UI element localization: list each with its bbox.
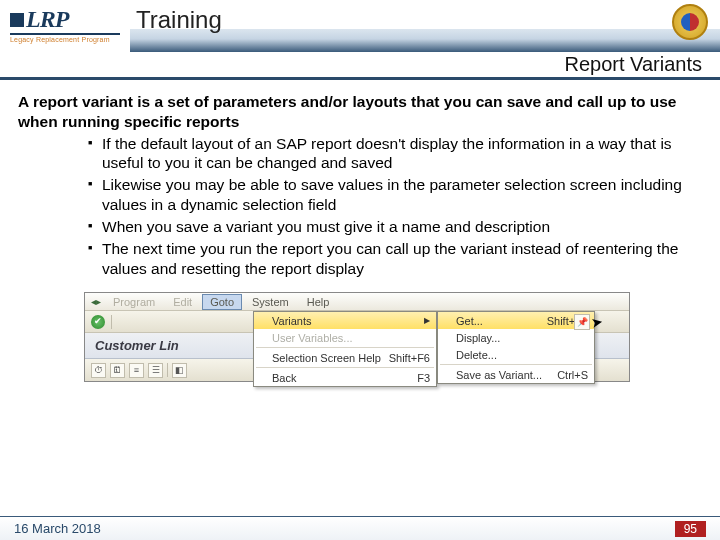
slide-header: LRP Legacy Replacement Program Training bbox=[0, 0, 720, 52]
menu-edit[interactable]: Edit bbox=[165, 294, 200, 310]
menu-goto[interactable]: Goto bbox=[202, 294, 242, 310]
sap-app-icon[interactable]: ◂▸ bbox=[89, 295, 103, 309]
submenu-delete[interactable]: Delete... bbox=[438, 346, 594, 363]
bullet-item: The next time you run the report you can… bbox=[88, 239, 696, 279]
ok-icon[interactable]: ✔ bbox=[91, 315, 105, 329]
bullet-item: If the default layout of an SAP report d… bbox=[88, 134, 696, 174]
bullet-list: If the default layout of an SAP report d… bbox=[18, 134, 696, 279]
menu-label: User Variables... bbox=[272, 331, 353, 345]
menu-shortcut: Ctrl+S bbox=[557, 368, 588, 382]
menu-label: Delete... bbox=[456, 348, 497, 362]
submenu-save-as[interactable]: Save as Variant... Ctrl+S bbox=[438, 366, 594, 383]
bullet-item: When you save a variant you must give it… bbox=[88, 217, 696, 237]
tool-icon[interactable]: 🗓 bbox=[110, 363, 125, 378]
submenu-display[interactable]: Display... bbox=[438, 329, 594, 346]
variants-submenu: 📌 Get... Shift+F5 Display... Delete... S… bbox=[437, 311, 595, 384]
menu-label: Selection Screen Help bbox=[272, 351, 381, 365]
content-area: A report variant is a set of parameters … bbox=[0, 80, 720, 382]
menu-user-variables: User Variables... bbox=[254, 329, 436, 346]
separator bbox=[111, 315, 112, 329]
menu-selection-help[interactable]: Selection Screen Help Shift+F6 bbox=[254, 349, 436, 366]
footer-page: 95 bbox=[675, 521, 706, 537]
tool-icon[interactable]: ⏱ bbox=[91, 363, 106, 378]
seal-icon bbox=[672, 4, 708, 40]
logo-text: LRP bbox=[26, 6, 68, 32]
sap-menubar: ◂▸ Program Edit Goto System Help bbox=[85, 293, 629, 311]
goto-dropdown: Variants ▶ User Variables... Selection S… bbox=[253, 311, 437, 387]
page-title: Training bbox=[130, 6, 222, 34]
sap-screenshot: ◂▸ Program Edit Goto System Help ✔ Custo… bbox=[84, 292, 630, 382]
menu-label: Save as Variant... bbox=[456, 368, 542, 382]
tool-icon[interactable]: ◧ bbox=[172, 363, 187, 378]
menu-label: Get... bbox=[456, 314, 483, 328]
tool-icon[interactable]: ☰ bbox=[148, 363, 163, 378]
menu-label: Variants bbox=[272, 314, 312, 328]
menu-shortcut: Shift+F6 bbox=[389, 351, 430, 365]
menu-separator bbox=[440, 364, 592, 365]
menu-shortcut: F3 bbox=[417, 371, 430, 385]
menu-help[interactable]: Help bbox=[299, 294, 338, 310]
footer-date: 16 March 2018 bbox=[14, 521, 101, 536]
tool-icon[interactable]: ≡ bbox=[129, 363, 144, 378]
menu-separator bbox=[256, 347, 434, 348]
slide-footer: 16 March 2018 95 bbox=[0, 516, 720, 540]
menu-variants[interactable]: Variants ▶ bbox=[254, 312, 436, 329]
menu-separator bbox=[256, 367, 434, 368]
lead-text: A report variant is a set of parameters … bbox=[18, 92, 696, 132]
menu-back[interactable]: Back F3 bbox=[254, 369, 436, 386]
menu-program[interactable]: Program bbox=[105, 294, 163, 310]
separator bbox=[167, 363, 168, 377]
pin-icon[interactable]: 📌 bbox=[574, 314, 590, 330]
menu-system[interactable]: System bbox=[244, 294, 297, 310]
bullet-item: Likewise you may be able to save values … bbox=[88, 175, 696, 215]
sub-title: Report Variants bbox=[565, 53, 702, 76]
submenu-get[interactable]: Get... Shift+F5 bbox=[438, 312, 594, 329]
logo-subtitle: Legacy Replacement Program bbox=[10, 33, 120, 43]
submenu-arrow-icon: ▶ bbox=[424, 316, 430, 326]
menu-label: Back bbox=[272, 371, 296, 385]
menu-label: Display... bbox=[456, 331, 500, 345]
sub-header: Report Variants bbox=[0, 52, 720, 80]
lrp-logo: LRP Legacy Replacement Program bbox=[10, 6, 120, 43]
title-bar: Training bbox=[130, 0, 720, 52]
